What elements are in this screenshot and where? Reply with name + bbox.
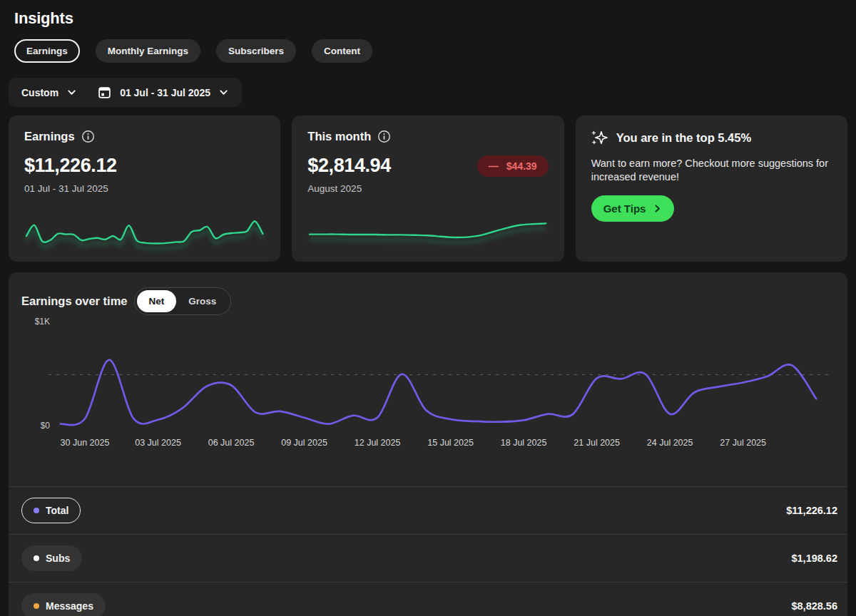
tab-subscribers[interactable]: Subscribers [216,39,296,63]
x-axis-label: 03 Jul 2025 [135,438,181,448]
legend-pill-subs[interactable]: Subs [21,545,82,571]
x-axis-label: 09 Jul 2025 [281,438,327,448]
insights-tabs: EarningsMonthly EarningsSubscribersConte… [9,39,847,63]
date-range-label: 01 Jul - 31 Jul 2025 [120,87,210,98]
decline-amount: $44.39 [506,160,537,172]
earnings-sparkline-chart [24,213,265,252]
series-value-subs: $1,198.62 [791,553,837,564]
toggle-net[interactable]: Net [137,290,177,312]
this-month-period: August 2025 [307,183,548,194]
page-title: Insights [9,0,847,39]
x-axis-label: 24 Jul 2025 [647,438,693,448]
top-percent-body: Want to earn more? Checkout more suggest… [591,157,832,184]
this-month-card: This month $2,814.94 — $44.39 August 202… [292,115,564,262]
top-percent-title: You are in the top 5.45% [616,131,751,145]
series-dot-total [34,508,39,513]
x-axis-label: 15 Jul 2025 [427,438,474,448]
this-month-amount: $2,814.94 [307,155,391,177]
earnings-amount: $11,226.12 [24,155,117,177]
earnings-line-chart: $1K $0 30 Jun 202503 Jul 202506 Jul 2025… [9,315,847,458]
toggle-gross[interactable]: Gross [176,290,228,312]
series-dot-subs [34,555,39,561]
series-summary-rows: Total $11,226.12 Subs $1,198.62 Messages… [9,486,847,616]
calendar-icon [97,85,112,100]
line-chart-canvas [9,315,847,458]
chart-title: Earnings over time [21,294,128,308]
tab-earnings[interactable]: Earnings [14,39,80,63]
earnings-card-title: Earnings [24,130,75,143]
x-axis-labels: 30 Jun 202503 Jul 202506 Jul 202509 Jul … [9,438,847,451]
earnings-card: Earnings $11,226.12 01 Jul - 31 Jul 2025 [9,115,280,262]
earnings-period: 01 Jul - 31 Jul 2025 [24,183,265,194]
chevron-right-icon [653,204,662,213]
series-label-messages: Messages [46,600,93,612]
x-axis-label: 27 Jul 2025 [720,438,766,448]
range-preset-label: Custom [21,87,58,98]
earnings-over-time-card: Earnings over time Net Gross $1K $0 30 J… [9,272,847,616]
series-value-messages: $8,828.56 [791,600,837,612]
decline-badge: — $44.39 [477,155,549,177]
this-month-sparkline-chart [307,213,548,252]
get-tips-button[interactable]: Get Tips [591,195,675,222]
series-label-subs: Subs [46,553,70,564]
date-range-dropdown[interactable]: 01 Jul - 31 Jul 2025 [87,78,239,107]
legend-pill-messages[interactable]: Messages [21,593,106,616]
legend-row-subs: Subs $1,198.62 [9,534,847,582]
info-icon[interactable] [81,130,95,143]
minus-icon: — [489,160,499,172]
chevron-down-icon [66,87,77,98]
tab-monthly-earnings[interactable]: Monthly Earnings [96,39,200,63]
date-filter-bar: Custom 01 Jul - 31 Jul 2025 [9,78,242,107]
this-month-card-title: This month [307,130,371,143]
x-axis-label: 18 Jul 2025 [501,438,547,448]
chevron-down-icon [218,87,229,98]
legend-pill-total[interactable]: Total [21,498,81,523]
x-axis-label: 21 Jul 2025 [574,438,620,448]
tab-content[interactable]: Content [312,39,372,63]
get-tips-label: Get Tips [603,202,646,215]
range-preset-dropdown[interactable]: Custom [11,78,87,107]
series-dot-messages [34,603,39,609]
insights-page: Insights EarningsMonthly EarningsSubscri… [0,0,856,616]
series-value-total: $11,226.12 [786,505,837,516]
legend-row-messages: Messages $8,828.56 [9,582,847,616]
summary-cards: Earnings $11,226.12 01 Jul - 31 Jul 2025… [9,115,847,262]
x-axis-label: 06 Jul 2025 [208,438,255,448]
x-axis-label: 30 Jun 2025 [61,438,110,448]
series-label-total: Total [46,505,68,516]
top-percent-card: You are in the top 5.45% Want to earn mo… [576,115,847,262]
x-axis-label: 12 Jul 2025 [355,438,401,448]
sparkle-icon [591,130,608,146]
net-gross-toggle: Net Gross [134,287,232,315]
info-icon[interactable] [377,130,391,143]
legend-row-total: Total $11,226.12 [9,486,847,534]
